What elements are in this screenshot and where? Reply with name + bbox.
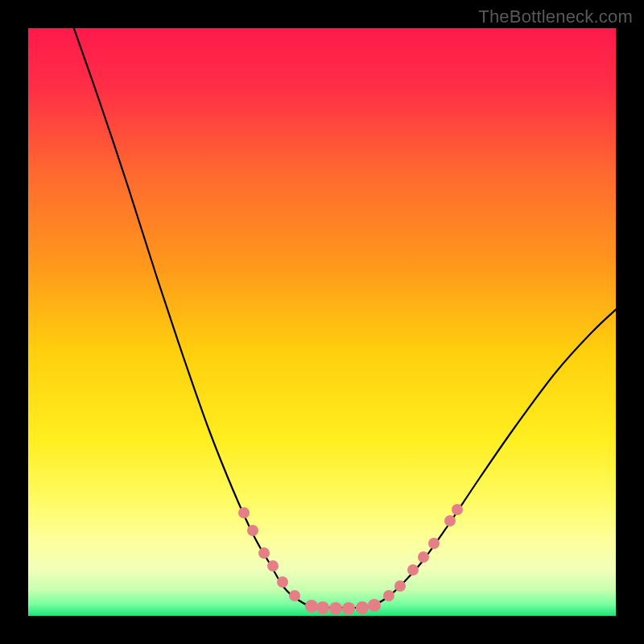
data-marker — [394, 580, 406, 592]
data-marker — [418, 551, 429, 563]
data-marker — [368, 599, 381, 612]
data-marker — [289, 590, 300, 601]
watermark-label: TheBottleneck.com — [478, 6, 633, 27]
data-marker — [258, 547, 270, 559]
chart-background — [28, 28, 616, 616]
data-marker — [428, 538, 440, 549]
plot-area — [28, 28, 616, 616]
data-marker — [247, 525, 258, 536]
data-marker — [305, 600, 318, 613]
data-marker — [356, 601, 369, 614]
data-marker — [383, 590, 394, 601]
data-marker — [277, 576, 288, 588]
data-marker — [238, 507, 250, 518]
data-marker — [407, 564, 419, 576]
data-marker — [452, 504, 463, 515]
data-marker — [329, 602, 342, 615]
chart-svg — [28, 28, 616, 616]
data-marker — [267, 560, 279, 572]
data-marker — [342, 602, 355, 615]
chart-frame: TheBottleneck.com — [0, 0, 644, 644]
data-marker — [316, 601, 329, 614]
data-marker — [444, 515, 456, 526]
